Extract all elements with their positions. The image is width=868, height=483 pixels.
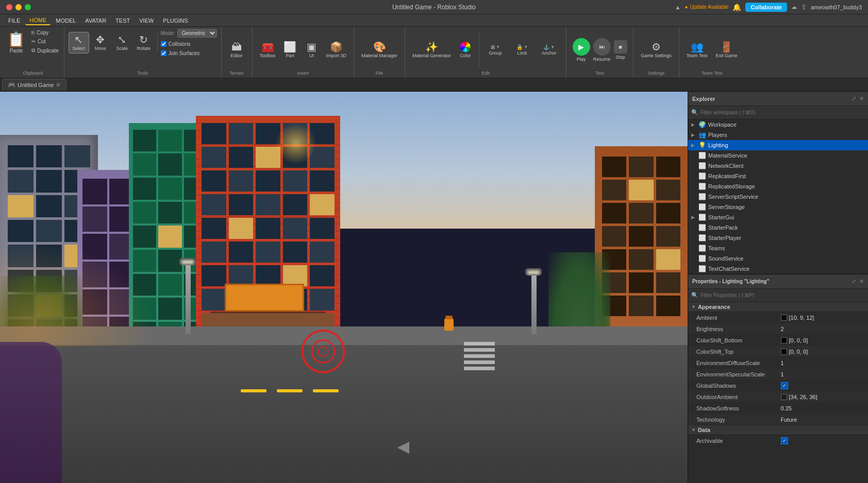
clipboard-small-buttons: ⎘ Copy ✂ Cut ⧉ Duplicate — [29, 29, 61, 55]
toolbar-settings: ⚙ Game Settings Settings — [633, 27, 679, 78]
move-button[interactable]: ✥ Move — [90, 32, 111, 53]
lock-button[interactable]: 🔒 ▼ Lock — [509, 43, 535, 57]
duplicate-icon: ⧉ — [31, 47, 35, 54]
menu-model[interactable]: MODEL — [52, 16, 80, 25]
share-icon[interactable]: ⇪ — [801, 3, 807, 11]
anchor-button[interactable]: ⚓ ▼ Anchor — [536, 43, 562, 57]
import3d-button[interactable]: 📦 Import 3D — [323, 40, 350, 60]
explorer-panel: Explorer ⤢ ✕ 🔍 ▶ 🌍 Workspace ▶ 👥 — [688, 92, 868, 274]
colorshift-bottom-swatch[interactable] — [781, 337, 787, 343]
settings-section-label: Settings — [648, 71, 665, 76]
collisions-checkbox[interactable] — [161, 41, 166, 47]
explorer-filter-input[interactable] — [700, 110, 865, 115]
text-chat-service-icon: ⬜ — [698, 265, 706, 272]
part-button[interactable]: ⬜ Part — [280, 40, 301, 60]
stop-button[interactable]: ■ — [614, 40, 627, 54]
explorer-expand-icon[interactable]: ⤢ — [852, 95, 856, 102]
color-button[interactable]: Color — [455, 40, 476, 60]
editor-icon: 🏔 — [231, 42, 242, 52]
menu-home[interactable]: HOME — [25, 16, 51, 25]
ambient-swatch[interactable] — [781, 315, 787, 321]
menu-file[interactable]: FILE — [4, 16, 24, 25]
material-manager-button[interactable]: 🎨 Material Manager — [358, 29, 400, 71]
tree-item-starter-pack[interactable]: ▶ ⬜ StarterPack — [688, 222, 868, 233]
archivable-checkbox[interactable]: ✓ — [781, 437, 788, 444]
window-title: Untitled Game - Roblox Studio — [392, 4, 476, 11]
maximize-button[interactable] — [25, 4, 31, 10]
move-icon: ✥ — [96, 34, 105, 45]
copy-button[interactable]: ⎘ Copy — [29, 29, 61, 37]
ui-button[interactable]: ▣ UI — [302, 40, 322, 60]
paste-button[interactable]: 📋 Paste — [5, 29, 27, 56]
menu-plugins[interactable]: PLUGINS — [159, 16, 192, 25]
tree-item-starter-player[interactable]: ▶ ⬜ StarterPlayer — [688, 233, 868, 243]
tabs-bar: 🎮 Untitled Game ✕ — [0, 78, 868, 92]
global-shadows-checkbox[interactable]: ✓ — [781, 382, 788, 389]
mode-select[interactable]: Geometric — [177, 29, 217, 38]
join-surfaces-checkbox[interactable] — [161, 50, 166, 56]
game-settings-button[interactable]: ⚙ Game Settings — [638, 29, 675, 71]
explorer-header: Explorer ⤢ ✕ — [688, 92, 868, 106]
color-icon — [460, 42, 471, 52]
edit-section-label: Edit — [481, 71, 490, 76]
rotate-button[interactable]: ↻ Rotate — [133, 32, 154, 53]
editor-button[interactable]: 🏔 Editor — [226, 29, 247, 71]
prop-outdoor-ambient: OutdoorAmbient [34, 26, 36] — [688, 391, 868, 403]
duplicate-button[interactable]: ⧉ Duplicate — [29, 46, 61, 55]
outdoor-ambient-swatch[interactable] — [781, 394, 787, 400]
tree-item-lighting[interactable]: ▶ 💡 Lighting — [688, 140, 868, 150]
resume-button[interactable]: ⏭ — [593, 38, 611, 56]
tree-item-server-storage[interactable]: ▶ ⬜ ServerStorage — [688, 202, 868, 212]
prop-section-appearance[interactable]: ▼ Appearance — [688, 302, 868, 312]
toolbar-test: ▶ Play ⏭ Resume ■ Stop Test — [566, 27, 633, 78]
workspace-icon: 🌍 — [698, 121, 706, 128]
tree-item-workspace[interactable]: ▶ 🌍 Workspace — [688, 119, 868, 130]
tab-close-button[interactable]: ✕ — [56, 81, 61, 89]
data-section-label: Data — [698, 427, 710, 433]
toolbar-edit: ✨ Material Generator Color ⊞ ▼ Group 🔒 ▼ — [405, 27, 566, 78]
tree-item-replicated-storage[interactable]: ▶ ⬜ ReplicatedStorage — [688, 181, 868, 192]
properties-close-icon[interactable]: ✕ — [859, 278, 864, 285]
exit-game-button[interactable]: 🚪 Exit Game — [713, 40, 741, 60]
colorshift-top-swatch[interactable] — [781, 349, 787, 355]
tree-item-starter-gui[interactable]: ▶ ⬜ StarterGui — [688, 212, 868, 222]
import3d-icon: 📦 — [330, 42, 343, 52]
properties-expand-icon[interactable]: ⤢ — [852, 278, 856, 285]
explorer-header-icons: ⤢ ✕ — [852, 95, 864, 102]
window-controls[interactable] — [6, 4, 31, 10]
properties-filter-input[interactable] — [700, 292, 865, 298]
collaborate-button[interactable]: Collaborate — [745, 3, 787, 12]
team-test-button[interactable]: 👥 Team Test — [683, 40, 711, 60]
crosswalk — [464, 342, 495, 370]
viewport[interactable]: FUNDAMENTALS — [0, 92, 688, 483]
cut-button[interactable]: ✂ Cut — [29, 38, 61, 45]
minimize-button[interactable] — [15, 4, 22, 10]
play-button[interactable]: ▶ — [573, 38, 590, 56]
tree-item-sound-service[interactable]: ▶ ⬜ SoundService — [688, 253, 868, 264]
select-button[interactable]: ↖ Select — [69, 32, 89, 54]
tree-item-players[interactable]: ▶ 👥 Players — [688, 130, 868, 140]
tree-item-material-service[interactable]: ▶ ⬜ MaterialService — [688, 150, 868, 161]
tree-item-network-client[interactable]: ▶ ⬜ NetworkClient — [688, 161, 868, 171]
toolbox-button[interactable]: 🧰 Toolbox — [257, 40, 279, 60]
update-badge[interactable]: ● Update Available — [685, 4, 728, 10]
group-button[interactable]: ⊞ ▼ Group — [482, 43, 508, 57]
explorer-close-icon[interactable]: ✕ — [859, 95, 864, 102]
properties-header: Properties - Lighting "Lighting" ⤢ ✕ — [688, 274, 868, 289]
menu-view[interactable]: VIEW — [135, 16, 158, 25]
bell-icon[interactable]: 🔔 — [732, 3, 741, 11]
material-generator-button[interactable]: ✨ Material Generator — [409, 40, 454, 60]
prop-section-data[interactable]: ▼ Data — [688, 425, 868, 435]
explorer-title: Explorer — [692, 96, 715, 102]
menu-avatar[interactable]: AVATAR — [81, 16, 110, 25]
tree-item-teams[interactable]: ▶ ⬜ Teams — [688, 243, 868, 253]
collisions-label: Collisions — [169, 41, 191, 47]
tab-untitled-game[interactable]: 🎮 Untitled Game ✕ — [2, 79, 66, 91]
menu-test[interactable]: TEST — [111, 16, 134, 25]
exit-game-icon: 🚪 — [720, 42, 733, 52]
tree-item-replicated-first[interactable]: ▶ ⬜ ReplicatedFirst — [688, 171, 868, 181]
tree-item-text-chat-service[interactable]: ▶ ⬜ TextChatService — [688, 264, 868, 274]
tree-item-server-script-service[interactable]: ▶ ⬜ ServerScriptService — [688, 192, 868, 202]
close-button[interactable] — [6, 4, 12, 10]
scale-button[interactable]: ⤡ Scale — [112, 32, 132, 53]
